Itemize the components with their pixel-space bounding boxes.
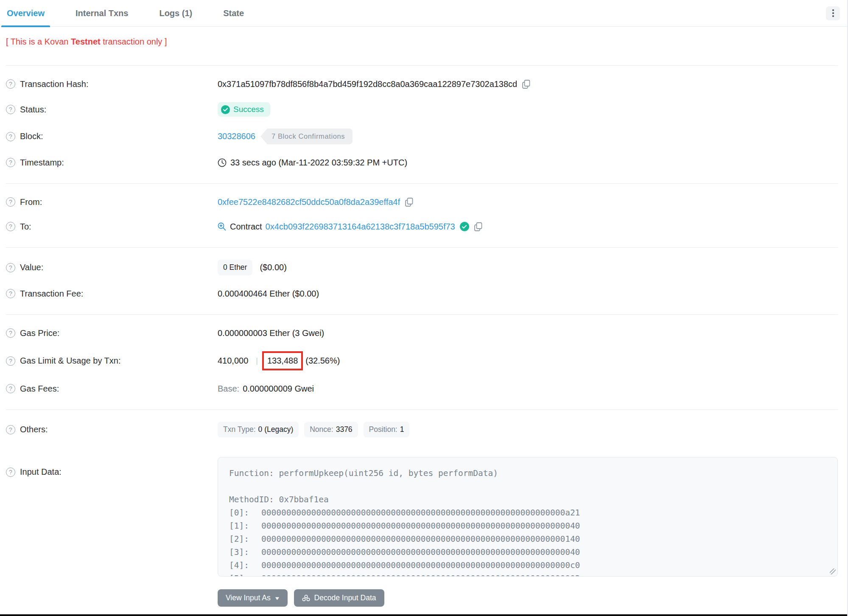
tab-state[interactable]: State	[218, 0, 249, 27]
block-number-link[interactable]: 30328606	[218, 132, 255, 141]
testnet-notice-bold: Testnet	[71, 37, 101, 46]
input-data-textarea[interactable]: Function: performUpkeep(uint256 id, byte…	[218, 457, 838, 577]
block-label: Block:	[20, 132, 43, 141]
copy-icon[interactable]	[405, 198, 413, 207]
window-bottom-edge	[0, 614, 847, 616]
from-label: From:	[20, 197, 42, 207]
input-param-line: [0]: 00000000000000000000000000000000000…	[229, 506, 826, 519]
gas-price-value: 0.000000003 Ether (3 Gwei)	[218, 328, 324, 338]
input-data-actions: View Input As ▼ Decode Input Data	[218, 589, 838, 607]
help-icon[interactable]: ?	[6, 468, 15, 477]
section-addresses: ? From: 0xfee7522e8482682cf50ddc50a0f8da…	[6, 184, 838, 248]
help-icon[interactable]: ?	[6, 158, 15, 167]
row-others: ? Others: Txn Type: 0 (Legacy) Nonce: 33…	[6, 416, 838, 443]
row-transaction-fee: ? Transaction Fee: 0.000400464 Ether ($0…	[6, 281, 838, 306]
kebab-menu-icon	[832, 9, 834, 17]
ether-value-badge: 0 Ether	[218, 260, 252, 275]
position-badge: Position: 1	[364, 422, 410, 437]
help-icon[interactable]: ?	[6, 425, 15, 434]
help-icon[interactable]: ?	[6, 328, 15, 338]
row-input-data: ? Input Data: Function: performUpkeep(ui…	[6, 451, 838, 582]
gas-fees-label: Gas Fees:	[20, 384, 59, 394]
txn-type-badge-label: Txn Type:	[223, 425, 256, 434]
block-confirmations-badge: 7 Block Confirmations	[260, 129, 353, 144]
testnet-notice-suffix: transaction only ]	[101, 37, 167, 46]
row-from: ? From: 0xfee7522e8482682cf50ddc50a0f8da…	[6, 190, 838, 214]
check-circle-icon	[221, 105, 230, 114]
testnet-notice-prefix: [ This is a Kovan	[6, 37, 71, 46]
more-options-button[interactable]	[826, 6, 840, 20]
timestamp-label: Timestamp:	[20, 158, 64, 168]
help-icon[interactable]: ?	[6, 356, 15, 366]
status-label: Status:	[20, 105, 46, 115]
input-blank-line	[229, 480, 826, 493]
zoom-in-icon[interactable]	[218, 222, 226, 231]
help-icon[interactable]: ?	[6, 289, 15, 298]
txn-type-badge: Txn Type: 0 (Legacy)	[218, 422, 299, 437]
row-gas-fees: ? Gas Fees: Base: 0.000000009 Gwei	[6, 376, 838, 401]
nonce-badge-value: 3376	[336, 425, 353, 434]
row-transaction-hash: ? Transaction Hash: 0x371a51097fb78df856…	[6, 72, 838, 96]
tab-internal-txns[interactable]: Internal Txns	[70, 0, 134, 27]
clock-icon	[218, 158, 227, 167]
copy-icon[interactable]	[474, 222, 482, 231]
row-gas-price: ? Gas Price: 0.000000003 Ether (3 Gwei)	[6, 321, 838, 345]
input-param-line: [5]: 00000000000000000000000000000000000…	[229, 572, 826, 577]
value-label: Value:	[20, 263, 43, 272]
timestamp-value: 33 secs ago (Mar-11-2022 03:59:32 PM +UT…	[230, 158, 407, 168]
txn-type-badge-value: 0 (Legacy)	[258, 425, 294, 434]
help-icon[interactable]: ?	[6, 132, 15, 141]
transaction-hash-label: Transaction Hash:	[20, 79, 89, 89]
to-address-link[interactable]: 0x4cb093f226983713164a62138c3f718a5b595f…	[266, 222, 455, 232]
others-label: Others:	[20, 425, 48, 434]
input-function-line: Function: performUpkeep(uint256 id, byte…	[229, 467, 826, 480]
verified-check-icon	[460, 222, 469, 231]
base-fee-label: Base:	[218, 384, 239, 394]
gas-price-label: Gas Price:	[20, 328, 59, 338]
help-icon[interactable]: ?	[6, 105, 15, 114]
row-to: ? To: Contract 0x4cb093f226983713164a621…	[6, 214, 838, 239]
row-status: ? Status: Success	[6, 96, 838, 123]
help-icon[interactable]: ?	[6, 263, 15, 272]
view-input-as-label: View Input As	[226, 594, 271, 602]
input-param-line: [3]: 00000000000000000000000000000000000…	[229, 546, 826, 559]
transaction-fee-label: Transaction Fee:	[20, 289, 83, 299]
base-fee-value: 0.000000009 Gwei	[243, 384, 314, 394]
gas-used-value-annotated: 133,488	[262, 351, 303, 370]
gas-used-percent: (32.56%)	[305, 356, 340, 366]
transaction-hash-value: 0x371a51097fb78df856f8b4a7bd459f192d8cc8…	[218, 79, 517, 89]
to-contract-prefix: Contract	[230, 222, 262, 232]
status-badge: Success	[218, 102, 270, 117]
help-icon[interactable]: ?	[6, 197, 15, 207]
section-value-fee: ? Value: 0 Ether ($0.00) ? Transaction F…	[6, 248, 838, 315]
position-badge-value: 1	[400, 425, 404, 434]
view-input-as-button[interactable]: View Input As ▼	[218, 589, 288, 607]
nonce-badge-label: Nonce:	[310, 425, 333, 434]
help-icon[interactable]: ?	[6, 222, 15, 231]
input-methodid-line: MethodID: 0x7bbaf1ea	[229, 493, 826, 506]
section-gas: ? Gas Price: 0.000000003 Ether (3 Gwei) …	[6, 315, 838, 410]
gas-limit-value: 410,000	[218, 356, 248, 366]
textarea-resize-handle[interactable]	[830, 568, 836, 574]
help-icon[interactable]: ?	[6, 384, 15, 393]
usd-value: ($0.00)	[260, 263, 286, 272]
chevron-down-icon: ▼	[274, 596, 280, 601]
testnet-notice: [ This is a Kovan Testnet transaction on…	[6, 27, 838, 66]
tab-logs[interactable]: Logs (1)	[154, 0, 198, 27]
nonce-badge: Nonce: 3376	[304, 422, 358, 437]
to-label: To:	[20, 222, 31, 232]
row-block: ? Block: 30328606 7 Block Confirmations	[6, 123, 838, 150]
decode-input-data-button[interactable]: Decode Input Data	[294, 589, 384, 607]
section-others-input: ? Others: Txn Type: 0 (Legacy) Nonce: 33…	[6, 410, 838, 607]
help-icon[interactable]: ?	[6, 79, 15, 89]
tab-overview[interactable]: Overview	[1, 0, 50, 27]
row-value: ? Value: 0 Ether ($0.00)	[6, 254, 838, 281]
gas-separator: |	[256, 356, 258, 365]
row-gas-limit-usage: ? Gas Limit & Usage by Txn: 410,000 | 13…	[6, 345, 838, 376]
from-address-link[interactable]: 0xfee7522e8482682cf50ddc50a0f8da2a39effa…	[218, 197, 400, 207]
row-timestamp: ? Timestamp: 33 secs ago (Mar-11-2022 03…	[6, 150, 838, 175]
section-summary: ? Transaction Hash: 0x371a51097fb78df856…	[6, 66, 838, 184]
input-data-label: Input Data:	[20, 467, 62, 477]
copy-icon[interactable]	[522, 80, 530, 89]
input-param-line: [1]: 00000000000000000000000000000000000…	[229, 519, 826, 532]
